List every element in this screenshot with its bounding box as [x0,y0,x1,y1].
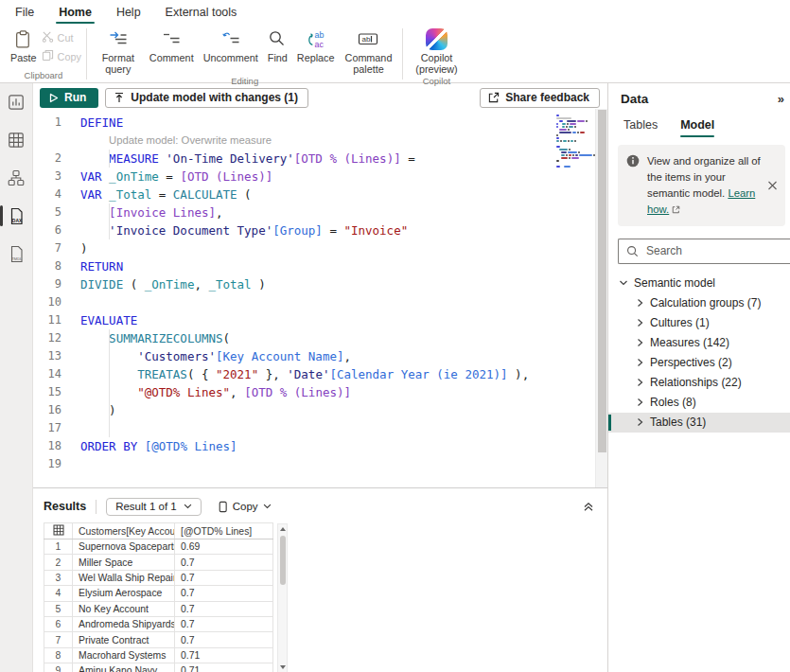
share-icon [488,92,500,103]
code-line-15[interactable]: 15 "@OTD% Lines", [OTD % (Lines)] [33,383,607,401]
data-panel: Data » TablesModel View and organize all… [607,83,790,672]
code-lens[interactable]: Update model: Overwrite measure [33,132,607,150]
scroll-down-arrow[interactable] [278,663,287,672]
code-line-14[interactable]: 14 TREATAS( { "2021" }, 'Date'[Calendar … [33,365,607,383]
results-scrollbar[interactable] [277,523,288,672]
run-icon [49,93,59,103]
results-column-header-1[interactable]: [@OTD% Lines] [175,523,273,539]
code-line-1[interactable]: 1DEFINE [33,114,607,132]
format-query-label: Format query [97,52,140,76]
data-panel-tab-tables[interactable]: Tables [623,118,658,137]
model-view-button[interactable] [0,167,32,189]
code-line-17[interactable]: 17 [33,419,607,437]
tree-item-roles-8[interactable]: Roles (8) [608,393,790,413]
search-input[interactable] [644,243,771,258]
code-line-10[interactable]: 10 [33,293,607,311]
copilot-button[interactable]: Copilot (preview) [408,25,465,76]
dax-query-view-button[interactable]: DAX [0,204,32,227]
code-line-11[interactable]: 11EVALUATE [33,311,607,329]
code-line-2[interactable]: 2 MEASURE 'On-Time Delivery'[OTD % (Line… [33,150,607,168]
run-button[interactable]: Run [40,88,98,108]
code-line-7[interactable]: 7) [33,239,607,257]
table-row[interactable]: 8Macrohard Systems0.71 [44,647,273,663]
data-panel-tab-model[interactable]: Model [680,118,714,137]
code-line-19[interactable]: 19 [33,455,607,473]
clipboard-group-label: Clipboard [6,70,81,82]
results-table[interactable]: Customers[Key Account...[@OTD% Lines]1Su… [44,522,273,672]
table-row[interactable]: 9Aminu Kano Navy0.71 [44,663,273,672]
table-row[interactable]: 5No Key Account0.7 [44,601,273,616]
copy-button[interactable]: Copy [42,49,81,63]
ribbon-tab-home[interactable]: Home [59,6,92,19]
collapse-results-button[interactable] [583,501,594,512]
find-icon [268,27,287,50]
table-row[interactable]: 1Supernova Spaceparts0.69 [44,539,273,555]
update-model-label: Update model with changes (1) [131,91,298,104]
copy-results-button[interactable]: Copy [211,499,277,515]
code-line-4[interactable]: 4VAR _Total = CALCULATE ( [33,186,607,203]
external-link-icon [672,205,680,214]
editor-scrollbar[interactable] [595,109,607,487]
code-line-9[interactable]: 9DIVIDE ( _OnTime, _Total ) [33,275,607,293]
code-line-18[interactable]: 18ORDER BY [@OTD% Lines] [33,437,607,455]
results-column-header-0[interactable]: Customers[Key Account... [73,523,175,539]
results-scrollbar-thumb[interactable] [280,536,286,585]
dax-code-editor[interactable]: 1DEFINEUpdate model: Overwrite measure2 … [33,109,607,487]
table-row[interactable]: 2Miller Space0.7 [44,555,273,570]
results-divider [96,500,97,514]
tree-item-relationships-22[interactable]: Relationships (22) [608,373,790,393]
paste-button[interactable]: Paste [6,25,42,63]
close-icon [767,180,778,190]
code-line-3[interactable]: 3VAR _OnTime = [OTD (Lines)] [33,168,607,186]
editor-minimap[interactable] [556,115,592,171]
report-view-button[interactable] [0,91,32,114]
code-line-6[interactable]: 6 'Invoice Document Type'[Group] = "Invo… [33,221,607,239]
format-query-icon [109,27,128,50]
share-feedback-button[interactable]: Share feedback [480,88,600,108]
close-info-button[interactable] [767,180,778,190]
replace-icon: abac [306,27,325,50]
svg-text:ac: ac [315,39,325,48]
info-icon [626,153,640,218]
table-row[interactable]: 3Wel Walla Ship Repair0.7 [44,570,273,585]
tree-item-measures-142[interactable]: Measures (142) [608,333,790,353]
find-label: Find [268,52,288,63]
chevron-right-icon [636,298,644,308]
tree-item-cultures-1[interactable]: Cultures (1) [608,313,790,333]
ribbon-tab-external-tools[interactable]: External tools [166,6,237,19]
table-row[interactable]: 4Elysium Aerospace0.7 [44,586,273,601]
code-line-16[interactable]: 16 ) [33,401,607,419]
ribbon-group-editing: Format query Comment Uncomment [92,25,398,82]
chevron-right-icon [636,378,644,387]
result-selector-dropdown[interactable]: Result 1 of 1 [106,498,202,516]
cut-button[interactable]: Cut [42,30,81,44]
ribbon-tab-file[interactable]: File [15,6,34,19]
editor-scrollbar-thumb[interactable] [598,110,606,452]
table-row[interactable]: 6Andromeda Shipyards0.7 [44,616,273,631]
collapse-panel-icon[interactable]: » [778,92,782,106]
ribbon-tab-help[interactable]: Help [116,6,141,19]
tree-item-tables-31[interactable]: Tables (31) [608,413,790,433]
table-row[interactable]: 7Private Contract0.7 [44,632,273,647]
replace-button[interactable]: abac Replace [292,25,340,63]
code-line-8[interactable]: 8RETURN [33,257,607,275]
uncomment-button[interactable]: Uncomment [199,25,263,63]
code-line-13[interactable]: 13 'Customers'[Key Account Name], [33,347,607,365]
table-view-button[interactable] [0,129,32,151]
tmdl-view-button[interactable]: TMDL [0,242,32,265]
code-line-5[interactable]: 5 [Invoice Lines], [33,203,607,221]
command-palette-button[interactable]: ab Command palette [339,25,397,76]
tree-item-perspectives-2[interactable]: Perspectives (2) [608,353,790,373]
comment-button[interactable]: Comment [145,25,199,63]
line-number: 5 [33,203,61,221]
copy-label: Copy [58,51,81,62]
update-model-button[interactable]: Update model with changes (1) [105,88,308,108]
copy-label: Copy [233,501,258,512]
scroll-up-arrow[interactable] [278,524,287,534]
command-palette-icon: ab [358,27,378,50]
tree-item-calculation-groups-7[interactable]: Calculation groups (7) [608,293,790,313]
format-query-button[interactable]: Format query [92,25,145,76]
tree-root-semantic-model[interactable]: Semantic model [608,274,790,293]
find-button[interactable]: Find [263,25,292,63]
code-line-12[interactable]: 12 SUMMARIZECOLUMNS( [33,329,607,347]
